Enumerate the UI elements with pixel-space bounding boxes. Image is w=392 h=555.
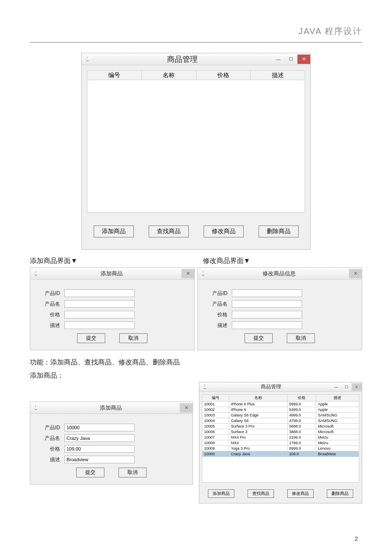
table-row[interactable]: 10001iPhone 6 Plus5999.0Apple — [202, 402, 359, 407]
label-price: 价格 — [35, 311, 60, 318]
col-name: 名称 — [229, 395, 287, 402]
page-number: 2 — [355, 535, 358, 542]
window-title: 商品管理 — [93, 54, 272, 64]
close-icon[interactable] — [349, 269, 362, 278]
table-row[interactable]: 10005Surface 3 Pro5688.0Microsoft — [202, 424, 359, 429]
caption-modify: 修改商品界面▼ — [203, 257, 362, 266]
close-icon[interactable] — [180, 403, 193, 413]
col-id: 编号 — [202, 395, 229, 402]
filled-add-dialog: 添加商品 产品ID 产品名 价格 描述 提交 取消 — [30, 402, 193, 485]
page-header: JAVA 程序设计 — [30, 26, 362, 43]
submit-button[interactable]: 提交 — [77, 333, 105, 343]
submit-button[interactable]: 提交 — [76, 468, 104, 477]
label-desc: 描述 — [35, 456, 60, 463]
modify-dialog: 修改商品信息 产品ID 产品名 价格 描述 提交 取消 — [197, 267, 362, 350]
id-field[interactable] — [64, 289, 135, 297]
java-icon — [84, 56, 90, 62]
table-row[interactable]: 10000Crazy Java109.0Broadview — [202, 451, 359, 457]
label-desc: 描述 — [203, 322, 228, 329]
label-id: 产品ID — [35, 290, 60, 297]
close-icon[interactable] — [297, 55, 310, 64]
col-name: 名称 — [141, 71, 196, 80]
price-field[interactable] — [232, 311, 302, 318]
java-icon — [200, 271, 206, 277]
table-row[interactable]: 10004Galaxy S64799.0SAMSUNG — [202, 418, 359, 424]
add-button[interactable]: 添加商品 — [208, 489, 234, 498]
desc-field[interactable] — [64, 456, 135, 463]
cancel-button[interactable]: 取消 — [287, 333, 315, 343]
col-desc: 描述 — [251, 71, 305, 80]
titlebar: 商品管理 — [82, 53, 310, 65]
window-title: 商品管理 — [210, 383, 331, 390]
desc-field[interactable] — [232, 321, 302, 329]
dialog-title: 添加商品 — [41, 270, 182, 278]
close-icon[interactable] — [352, 383, 362, 391]
name-field[interactable] — [64, 300, 135, 308]
java-icon — [33, 405, 39, 411]
maximize-icon[interactable] — [285, 55, 297, 64]
java-icon — [33, 271, 39, 277]
label-desc: 描述 — [35, 322, 60, 329]
price-field[interactable] — [64, 311, 135, 318]
dialog-title: 修改商品信息 — [209, 270, 349, 278]
label-name: 产品名 — [35, 435, 60, 442]
name-field[interactable] — [232, 300, 302, 308]
name-field[interactable] — [64, 434, 135, 442]
table-row[interactable]: 10006Surface 33888.0Microsoft — [202, 429, 359, 435]
find-button[interactable]: 查找商品 — [149, 225, 189, 237]
submit-button[interactable]: 提交 — [245, 333, 273, 343]
table-row[interactable]: 10007MX4 Pro2199.0Meizu — [202, 435, 359, 440]
minimize-icon[interactable] — [331, 383, 341, 391]
function-text: 功能：添加商品、查找商品、修改商品、删除商品 — [30, 358, 362, 367]
label-id: 产品ID — [35, 424, 60, 431]
col-price: 价格 — [287, 395, 316, 402]
delete-button[interactable]: 删除商品 — [259, 225, 299, 237]
mini-main-window: 商品管理 编号 名称 价格 描述 — [199, 382, 362, 503]
modify-button[interactable]: 修改商品 — [204, 225, 244, 237]
caption-add: 添加商品界面▼ — [30, 257, 189, 266]
product-table[interactable]: 编号 名称 价格 描述 10001iPhone 6 Plus5999.0Appl… — [202, 394, 359, 457]
add-button[interactable]: 添加商品 — [94, 225, 134, 237]
table-row[interactable]: 10009Yoga 3 Pro8999.0Lenovo — [202, 446, 359, 451]
id-field[interactable] — [232, 289, 302, 297]
modify-button[interactable]: 修改商品 — [287, 489, 314, 498]
find-button[interactable]: 查找商品 — [248, 489, 274, 498]
label-price: 价格 — [35, 445, 60, 453]
table-row[interactable]: 10008MX41799.0Meizu — [202, 440, 359, 446]
maximize-icon[interactable] — [341, 383, 352, 391]
product-table: 编号 名称 价格 描述 — [87, 70, 305, 213]
add-dialog: 添加商品 产品ID 产品名 价格 描述 提交 取消 — [30, 267, 195, 350]
close-icon[interactable] — [182, 269, 194, 278]
table-row[interactable]: 10003Galaxy S6 Edge4999.0SAMSUNG — [202, 413, 359, 418]
dialog-title: 添加商品 — [41, 404, 180, 412]
col-id: 编号 — [87, 71, 142, 80]
table-row[interactable]: 10002iPhone 65499.0Apple — [202, 407, 359, 413]
minimize-icon[interactable] — [272, 55, 285, 64]
cancel-button[interactable]: 取消 — [119, 333, 147, 343]
label-name: 产品名 — [203, 301, 228, 308]
col-desc: 描述 — [316, 395, 359, 402]
cancel-button[interactable]: 取消 — [118, 468, 147, 477]
main-window: 商品管理 编号 名称 价格 描述 添加商品 — [81, 53, 311, 250]
label-name: 产品名 — [35, 301, 60, 308]
add-product-text: 添加商品： — [30, 371, 362, 380]
col-price: 价格 — [196, 71, 251, 80]
label-price: 价格 — [203, 311, 228, 318]
label-id: 产品ID — [203, 290, 228, 297]
price-field[interactable] — [64, 445, 135, 453]
delete-button[interactable]: 删除商品 — [327, 489, 353, 498]
desc-field[interactable] — [64, 321, 135, 329]
id-field[interactable] — [64, 424, 135, 431]
java-icon — [202, 384, 208, 390]
